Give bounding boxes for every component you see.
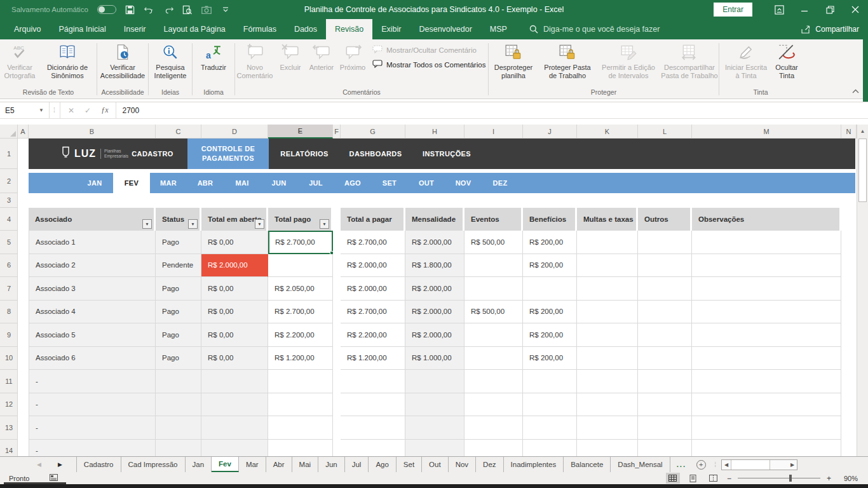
column-header-outros[interactable]: Outros xyxy=(638,208,692,231)
cell[interactable] xyxy=(638,254,692,278)
check-accessibility-button[interactable]: VerificarAcessibilidade xyxy=(97,39,148,80)
cell[interactable] xyxy=(201,416,268,440)
sheet-tab-fev[interactable]: Fev xyxy=(212,457,239,472)
cell[interactable] xyxy=(341,393,405,417)
month-tab-mai[interactable]: MAI xyxy=(224,173,261,193)
cell[interactable] xyxy=(201,370,268,393)
sheetbar-splitter[interactable]: ⁞ xyxy=(709,457,721,472)
close-button[interactable] xyxy=(843,0,868,19)
formula-input[interactable]: 2700 xyxy=(116,102,868,118)
month-tab-fev[interactable]: FEV xyxy=(113,173,150,193)
cell[interactable] xyxy=(156,416,201,440)
cell[interactable] xyxy=(156,370,201,393)
cell[interactable]: Associado 5 xyxy=(29,323,156,347)
ribbon-tab-arquivo[interactable]: Arquivo xyxy=(5,19,50,39)
cell[interactable]: R$ 2.000,00 xyxy=(405,323,465,347)
sheet-tab-mar[interactable]: Mar xyxy=(239,457,266,472)
cell[interactable]: Pago xyxy=(156,347,201,370)
column-header-c[interactable]: C xyxy=(156,125,201,139)
cell[interactable]: R$ 2.000,00 xyxy=(405,231,465,254)
cell[interactable] xyxy=(523,277,577,301)
column-header-observacoes[interactable]: Observações xyxy=(692,208,841,231)
cell[interactable]: R$ 2.700,00 xyxy=(268,301,333,324)
month-tab-out[interactable]: OUT xyxy=(408,173,445,193)
horizontal-scrollbar[interactable]: ◀ ▶ xyxy=(721,459,797,470)
name-box-dropdown-icon[interactable]: ▼ xyxy=(39,107,44,113)
cell[interactable] xyxy=(405,393,465,417)
filter-button-total-em-aberto[interactable]: ▼ xyxy=(255,219,264,229)
zoom-slider-thumb[interactable] xyxy=(789,475,792,482)
column-header-j[interactable]: J xyxy=(523,125,577,139)
column-header-status[interactable]: Status▼ xyxy=(156,208,201,231)
column-header-d[interactable]: D xyxy=(201,125,268,139)
sheet-tab-dash-mensal[interactable]: Dash_Mensal xyxy=(611,457,670,472)
month-tab-mar[interactable]: MAR xyxy=(150,173,187,193)
cell[interactable] xyxy=(577,301,638,324)
row-header-10[interactable]: 10 xyxy=(0,347,18,370)
ribbon-tab-pagina-inicial[interactable]: Página Inicial xyxy=(50,19,114,39)
cell[interactable]: R$ 2.000,00 xyxy=(201,254,268,278)
translate-button[interactable]: a Traduzir xyxy=(193,39,234,72)
ribbon-tab-revisao[interactable]: Revisão xyxy=(326,19,372,39)
formula-bar-splitter[interactable]: ⁞ xyxy=(50,102,60,118)
cell[interactable] xyxy=(577,370,638,393)
cell[interactable]: - xyxy=(29,440,156,457)
print-preview-icon[interactable] xyxy=(182,4,193,15)
ribbon-tab-msp[interactable]: MSP xyxy=(481,19,516,39)
cell[interactable]: Associado 6 xyxy=(29,347,156,370)
cell[interactable]: R$ 200,00 xyxy=(523,347,577,370)
cell[interactable]: R$ 0,00 xyxy=(201,277,268,301)
undo-icon[interactable] xyxy=(144,4,154,15)
column-header-h[interactable]: H xyxy=(405,125,465,139)
sheet-tabs-overflow[interactable]: ... xyxy=(670,457,693,472)
column-header-total-pago[interactable]: Total pago▼ xyxy=(268,208,333,231)
column-header-associado[interactable]: Associado▼ xyxy=(29,208,156,231)
nav-item-dashboards[interactable]: DASHBOARDS xyxy=(340,139,411,169)
month-tab-dez[interactable]: DEZ xyxy=(482,173,519,193)
cell[interactable]: R$ 200,00 xyxy=(523,254,577,278)
sheet-tab-inadimplentes[interactable]: Inadimplentes xyxy=(504,457,564,472)
cell[interactable] xyxy=(692,231,841,254)
thesaurus-button[interactable]: Dicionário deSinônimos xyxy=(39,39,96,80)
cell[interactable] xyxy=(638,277,692,301)
vertical-scroll-thumb[interactable] xyxy=(858,139,867,202)
sheet-nav-left-icon[interactable]: ◀ xyxy=(37,461,41,468)
sheet-nav-right-icon[interactable]: ▶ xyxy=(58,461,62,468)
cell[interactable]: Associado 4 xyxy=(29,301,156,324)
row-header-4[interactable]: 4 xyxy=(0,208,18,231)
row-header-5[interactable]: 5 xyxy=(0,231,18,254)
show-all-comments-button[interactable]: Mostrar Todos os Comentários xyxy=(372,60,488,69)
cell[interactable] xyxy=(692,277,841,301)
cell[interactable] xyxy=(577,323,638,347)
row-header-9[interactable]: 9 xyxy=(0,323,18,347)
nav-item-instrucoes[interactable]: INSTRUÇÕES xyxy=(411,139,482,169)
month-tab-nov[interactable]: NOV xyxy=(445,173,482,193)
ribbon-display-options-icon[interactable] xyxy=(766,0,792,19)
cell[interactable] xyxy=(577,277,638,301)
minimize-button[interactable] xyxy=(792,0,817,19)
cell[interactable] xyxy=(465,416,523,440)
cell[interactable] xyxy=(523,416,577,440)
cell[interactable]: R$ 2.000,00 xyxy=(405,277,465,301)
month-tab-jan[interactable]: JAN xyxy=(76,173,113,193)
camera-icon[interactable] xyxy=(201,4,212,15)
cell[interactable] xyxy=(692,440,841,457)
restore-button[interactable] xyxy=(817,0,843,19)
column-header-beneficios[interactable]: Benefícios xyxy=(523,208,577,231)
cell[interactable]: Pago xyxy=(156,231,201,254)
cell[interactable] xyxy=(638,231,692,254)
cell[interactable] xyxy=(638,440,692,457)
cell[interactable] xyxy=(692,301,841,324)
ribbon-tab-formulas[interactable]: Fórmulas xyxy=(234,19,285,39)
cell[interactable] xyxy=(692,393,841,417)
sheet-tab-balancete[interactable]: Balancete xyxy=(564,457,611,472)
cell[interactable] xyxy=(405,416,465,440)
cell[interactable] xyxy=(692,370,841,393)
cancel-entry-icon[interactable]: ✕ xyxy=(68,106,74,115)
new-sheet-button[interactable]: + xyxy=(693,457,709,472)
filter-button-status[interactable]: ▼ xyxy=(188,219,198,229)
cell[interactable]: R$ 1.200,00 xyxy=(341,347,405,370)
row-header-12[interactable]: 12 xyxy=(0,393,18,417)
cell[interactable]: Pago xyxy=(156,277,201,301)
row-header-2[interactable]: 2 xyxy=(0,169,18,193)
